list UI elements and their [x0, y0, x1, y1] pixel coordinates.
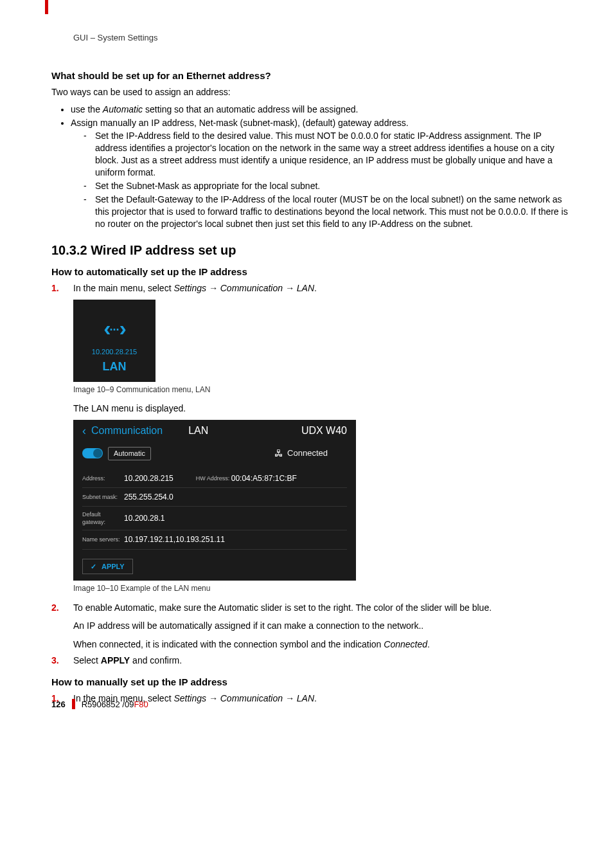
gateway-value[interactable]: 10.200.28.1: [124, 513, 164, 523]
ns-value[interactable]: 10.197.192.11,10.193.251.11: [124, 534, 225, 545]
doc-ref: R5906852 /09: [82, 699, 134, 710]
gateway-label: Default gateway:: [82, 511, 124, 526]
lan-tile-ip: 10.200.28.215: [73, 347, 155, 357]
lan-icon: ‹···›: [103, 314, 125, 343]
network-icon: 🖧: [274, 448, 283, 460]
breadcrumb-communication[interactable]: Communication: [91, 424, 163, 438]
address-value[interactable]: 10.200.28.215: [124, 473, 173, 484]
figure-lan-menu: ‹ Communication LAN UDX W40 Automatic 🖧 …: [73, 420, 356, 581]
automatic-toggle[interactable]: [82, 448, 103, 458]
chevron-left-icon[interactable]: ‹: [82, 423, 86, 439]
page-footer: 126 R5906852 /09 F80: [51, 699, 148, 710]
figure-lan-tile: ‹···› 10.200.28.215 LAN: [73, 300, 155, 382]
lan-displayed: The LAN menu is displayed.: [73, 402, 568, 415]
lan-tile-label: LAN: [73, 359, 155, 374]
heading-auto-ip: How to automatically set up the IP addre…: [51, 266, 568, 278]
check-icon: ✓: [91, 562, 96, 572]
hw-address-label: HW Address:: [196, 475, 231, 482]
step-number: 3.: [51, 655, 59, 667]
model-label: UDX W40: [301, 424, 347, 438]
apply-button[interactable]: ✓ APPLY: [82, 559, 133, 575]
ns-label: Name servers:: [82, 536, 124, 543]
step-number: 2.: [51, 602, 59, 614]
running-header: GUI – System Settings: [73, 32, 568, 44]
dash-gateway: Set the Default-Gateway to the IP-Addres…: [84, 194, 568, 230]
connected-status: 🖧 Connected: [274, 448, 328, 460]
bullet-auto: use the Automatic setting so that an aut…: [71, 104, 568, 116]
subnet-label: Subnet mask:: [82, 493, 124, 501]
intro-para: Two ways can be used to assign an addres…: [51, 86, 568, 98]
dash-ipaddr: Set the IP-Address field to the desired …: [84, 130, 568, 179]
screen-title-lan: LAN: [188, 424, 208, 438]
subnet-value[interactable]: 255.255.254.0: [124, 492, 173, 502]
step-3-auto: 3. Select APPLY and confirm.: [51, 655, 568, 667]
heading-manual-ip: How to manually set up the IP address: [51, 676, 568, 689]
doc-model: F80: [134, 699, 148, 710]
figure-caption-10-10: Image 10–10 Example of the LAN menu: [73, 583, 568, 593]
heading-wired-ip: 10.3.2 Wired IP address set up: [51, 242, 568, 259]
address-label: Address:: [82, 475, 124, 482]
page-number: 126: [51, 699, 66, 710]
automatic-chip: Automatic: [108, 447, 151, 460]
step-1-auto: 1. In the main menu, select Settings → C…: [51, 282, 568, 594]
dash-subnet: Set the Subnet-Mask as appropriate for t…: [84, 180, 568, 192]
step-number: 1.: [51, 282, 59, 294]
figure-caption-10-9: Image 10–9 Communication menu, LAN: [73, 384, 568, 395]
heading-ethernet-setup: What should be set up for an Ethernet ad…: [51, 69, 568, 82]
hw-address-value: 00:04:A5:87:1C:BF: [231, 473, 297, 484]
step-2-auto: 2. To enable Automatic, make sure the Au…: [51, 602, 568, 651]
bullet-manual: Assign manually an IP address, Net-mask …: [71, 117, 568, 230]
